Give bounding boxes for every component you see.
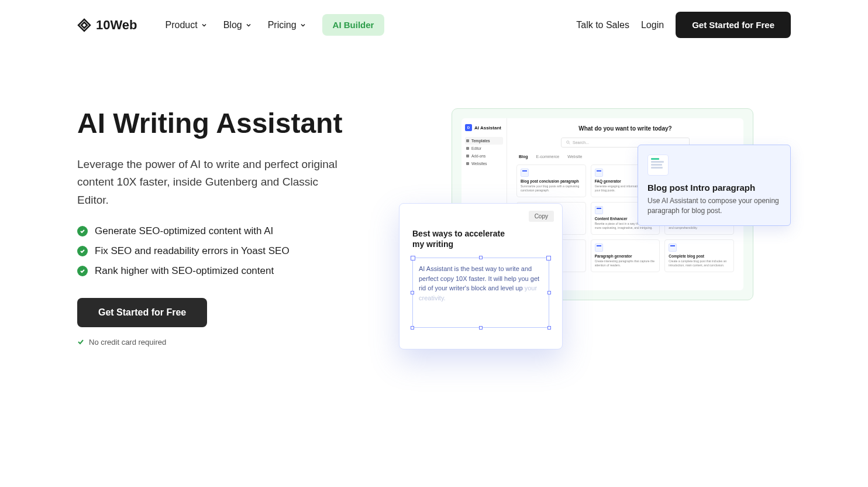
card-title: Blog post conclusion paragraph bbox=[521, 179, 582, 183]
hero-cta-button[interactable]: Get Started for Free bbox=[77, 298, 207, 327]
sidebar-label: Add-ons bbox=[471, 154, 485, 158]
feature-item: Fix SEO and readability errors in Yoast … bbox=[77, 245, 405, 257]
nav-label: Product bbox=[166, 20, 198, 30]
login-link[interactable]: Login bbox=[641, 20, 664, 30]
dot-icon bbox=[466, 155, 469, 157]
sidebar-item-addons[interactable]: Add-ons bbox=[465, 152, 503, 160]
page-description: Leverage the power of AI to write and pe… bbox=[77, 156, 346, 209]
template-card[interactable]: Blog post conclusion paragraphSummarize … bbox=[516, 164, 586, 197]
no-credit-note: No credit card required bbox=[77, 338, 405, 347]
doc-icon bbox=[669, 244, 677, 252]
nav-pricing[interactable]: Pricing bbox=[268, 20, 306, 30]
resize-handle[interactable] bbox=[547, 326, 551, 330]
sidebar-title: AI Assistant bbox=[474, 125, 501, 131]
card-desc: Create interesting paragraphs that captu… bbox=[595, 259, 656, 267]
talk-to-sales-link[interactable]: Talk to Sales bbox=[576, 20, 629, 30]
chevron-down-icon bbox=[300, 22, 306, 28]
logo-icon bbox=[77, 18, 91, 32]
resize-handle[interactable] bbox=[479, 326, 483, 330]
tooltip-card: Blog post Intro paragraph Use AI Assista… bbox=[638, 145, 791, 226]
resize-handle[interactable] bbox=[547, 291, 551, 294]
sidebar-label: Editor bbox=[471, 146, 481, 150]
feature-text: Fix SEO and readability errors in Yoast … bbox=[95, 245, 290, 257]
dot-icon bbox=[466, 162, 469, 165]
feature-list: Generate SEO-optimized content with AI F… bbox=[77, 225, 405, 277]
card-title: Complete blog post bbox=[669, 254, 730, 258]
chevron-down-icon bbox=[246, 22, 252, 28]
dot-icon bbox=[466, 147, 469, 150]
doc-icon bbox=[595, 206, 603, 214]
tab-ecommerce[interactable]: E-commerce bbox=[536, 155, 560, 159]
resize-handle[interactable] bbox=[411, 326, 414, 330]
feature-text: Rank higher with SEO-optimized content bbox=[95, 265, 274, 277]
sidebar-item-templates[interactable]: Templates bbox=[465, 137, 503, 145]
card-desc: Summarize your blog posts with a captiva… bbox=[521, 184, 582, 192]
no-credit-text: No credit card required bbox=[89, 338, 166, 347]
editor-text: AI Assistant is the best way to write an… bbox=[419, 265, 539, 291]
search-placeholder: Search... bbox=[573, 140, 589, 145]
nav-blog[interactable]: Blog bbox=[223, 20, 252, 30]
header-cta-button[interactable]: Get Started for Free bbox=[676, 12, 791, 38]
dot-icon bbox=[466, 139, 469, 142]
sidebar-label: Websites bbox=[471, 162, 487, 166]
paragraph-icon bbox=[647, 155, 669, 176]
chevron-down-icon bbox=[201, 22, 207, 28]
template-card[interactable]: Paragraph generatorCreate interesting pa… bbox=[591, 239, 660, 272]
template-card[interactable]: Complete blog postCreate a complete blog… bbox=[664, 239, 734, 272]
sidebar-item-websites[interactable]: Websites bbox=[465, 160, 503, 167]
page-title: AI Writing Assistant bbox=[77, 108, 405, 139]
doc-icon bbox=[521, 169, 529, 177]
text-selection-box[interactable]: AI Assistant is the best way to write an… bbox=[412, 258, 549, 328]
check-icon bbox=[77, 226, 88, 236]
editor-panel: Copy Best ways to accelerate my writing … bbox=[399, 203, 563, 349]
ai-builder-button[interactable]: AI Builder bbox=[322, 14, 385, 36]
resize-handle[interactable] bbox=[479, 256, 483, 259]
nav-label: Blog bbox=[223, 20, 242, 30]
tab-website[interactable]: Website bbox=[567, 155, 582, 159]
nav-product[interactable]: Product bbox=[166, 20, 207, 30]
tooltip-desc: Use AI Assistant to compose your opening… bbox=[647, 196, 781, 216]
sidebar-item-editor[interactable]: Editor bbox=[465, 145, 503, 152]
logo-text: 10Web bbox=[96, 18, 137, 33]
doc-icon bbox=[595, 244, 603, 252]
panel-heading: What do you want to write today? bbox=[516, 125, 734, 132]
check-icon bbox=[77, 246, 88, 256]
feature-item: Rank higher with SEO-optimized content bbox=[77, 265, 405, 277]
copy-button[interactable]: Copy bbox=[529, 211, 554, 222]
doc-icon bbox=[595, 169, 603, 177]
card-desc: Create a complete blog post that include… bbox=[669, 259, 730, 267]
check-icon bbox=[77, 266, 88, 276]
sidebar-label: Templates bbox=[471, 139, 490, 143]
feature-text: Generate SEO-optimized content with AI bbox=[95, 225, 273, 237]
ai-assistant-icon: D bbox=[465, 124, 472, 131]
search-icon bbox=[566, 140, 570, 145]
check-icon bbox=[77, 338, 84, 345]
tooltip-title: Blog post Intro paragraph bbox=[647, 183, 781, 193]
card-title: Paragraph generator bbox=[595, 254, 656, 258]
tab-blog[interactable]: Blog bbox=[519, 155, 528, 159]
logo[interactable]: 10Web bbox=[77, 18, 137, 33]
editor-title: Best ways to accelerate my writing bbox=[412, 228, 518, 249]
nav-label: Pricing bbox=[268, 20, 297, 30]
hero-illustration: D AI Assistant Templates Editor Add-ons … bbox=[428, 108, 791, 347]
main-nav: Product Blog Pricing AI Builder bbox=[166, 14, 385, 36]
svg-point-0 bbox=[567, 141, 569, 143]
feature-item: Generate SEO-optimized content with AI bbox=[77, 225, 405, 237]
resize-handle[interactable] bbox=[411, 291, 414, 294]
